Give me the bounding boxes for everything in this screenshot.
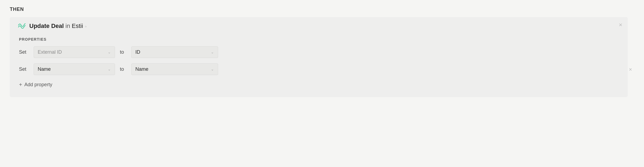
action-card: × Update Deal in Estii ⬦ PROPERTIES <box>10 17 628 97</box>
property-select-2-value: Name <box>38 66 51 72</box>
value-select-1[interactable]: ID ⌄ <box>131 46 218 58</box>
set-label-1: Set <box>19 49 29 55</box>
action-dropdown-chevron-icon: ⬦ <box>85 24 87 28</box>
value-select-2-chevron-icon: ⌄ <box>211 68 214 71</box>
properties-label: PROPERTIES <box>19 37 620 41</box>
close-row-2-button[interactable]: × <box>629 67 632 72</box>
set-label-2: Set <box>19 66 29 72</box>
action-header: Update Deal in Estii ⬦ <box>18 23 620 30</box>
action-org-text: Estii <box>72 23 83 29</box>
then-label: THEN <box>0 7 644 17</box>
property-row-1: Set External ID ⌄ to ID ⌄ <box>19 46 620 58</box>
add-property-label: Add property <box>24 82 52 88</box>
value-select-2[interactable]: Name ⌄ <box>131 63 218 75</box>
action-in-text: in <box>64 23 72 29</box>
property-select-1[interactable]: External ID ⌄ <box>34 46 115 58</box>
property-select-2-chevron-icon: ⌄ <box>108 68 111 71</box>
property-select-2[interactable]: Name ⌄ <box>34 63 115 75</box>
plus-icon: + <box>19 82 22 88</box>
add-property-button[interactable]: + Add property <box>19 81 52 89</box>
properties-section: PROPERTIES Set External ID ⌄ to ID ⌄ <box>18 37 620 89</box>
action-title-text: Update Deal in Estii <box>29 23 83 30</box>
page-container: THEN × Update Deal in Estii ⬦ P <box>0 0 644 167</box>
value-select-1-chevron-icon: ⌄ <box>211 51 214 54</box>
property-select-1-value: External ID <box>38 49 62 55</box>
value-select-1-value: ID <box>135 49 140 55</box>
to-label-2: to <box>120 66 126 72</box>
action-title-dropdown[interactable]: Update Deal in Estii ⬦ <box>29 23 87 30</box>
action-bold-text: Update Deal <box>29 23 64 29</box>
property-row-2: Set Name ⌄ to Name ⌄ × <box>19 63 620 75</box>
close-action-button[interactable]: × <box>619 22 622 28</box>
wave-icon <box>18 23 25 29</box>
to-label-1: to <box>120 49 126 55</box>
value-select-2-value: Name <box>135 66 148 72</box>
property-select-1-chevron-icon: ⌄ <box>108 51 111 54</box>
